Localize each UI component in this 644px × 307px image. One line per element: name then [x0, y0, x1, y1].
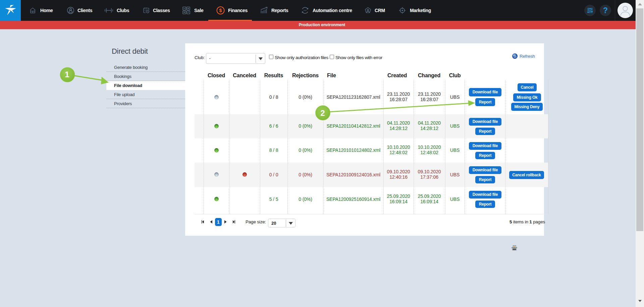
svg-text:$: $ [219, 7, 222, 13]
svg-text:1: 1 [65, 70, 69, 79]
